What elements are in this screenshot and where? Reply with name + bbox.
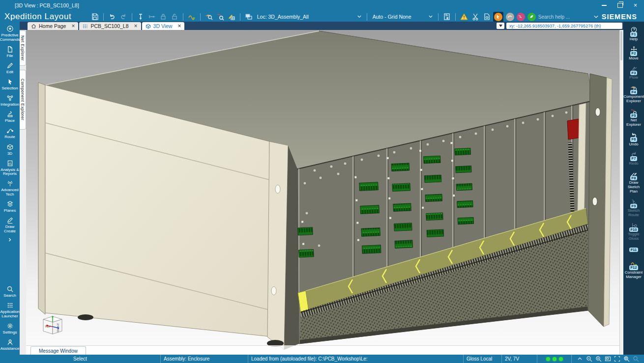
zoom-out-icon[interactable] bbox=[586, 356, 592, 362]
cut-icon[interactable] bbox=[470, 12, 480, 22]
sidebar-item-predictive-commands[interactable]: Predictive Commands bbox=[0, 25, 20, 42]
sidebar-item-settings[interactable]: Settings bbox=[0, 322, 20, 335]
select-mode-gray-icon[interactable] bbox=[506, 13, 514, 21]
minimize-icon[interactable] bbox=[602, 5, 607, 6]
cube-top-label: TOP bbox=[45, 325, 51, 328]
select-mode-pink-icon[interactable] bbox=[517, 13, 525, 21]
sidebar-item-f11[interactable]: F11 bbox=[623, 250, 644, 253]
expand-chevron-icon[interactable] bbox=[8, 235, 12, 244]
restore-icon[interactable] bbox=[617, 3, 623, 8]
fkey-badge: F5 bbox=[630, 113, 638, 118]
grid-selector[interactable]: Auto - Grid None bbox=[371, 14, 435, 20]
coordinate-readout-group: xy: -12,265.918503937, -1,659.267795276 … bbox=[497, 22, 623, 30]
sidebar-item-undo[interactable]: F6 Undo bbox=[623, 132, 644, 146]
coordinate-dropdown-button[interactable] bbox=[497, 23, 504, 29]
3d-viewport[interactable]: TOP RIGHT bbox=[26, 30, 623, 355]
antenna-icon bbox=[6, 180, 14, 187]
close-icon[interactable]: × bbox=[71, 23, 75, 29]
select-mode-green-icon[interactable] bbox=[527, 13, 536, 21]
sidebar-item-help[interactable]: F1 Help bbox=[623, 27, 644, 41]
sidebar-item-draw-sketch-plan[interactable]: F8 Draw Sketch Plan bbox=[623, 170, 644, 194]
search-input[interactable] bbox=[537, 14, 592, 20]
pin-horizontal-icon[interactable] bbox=[147, 12, 157, 22]
chart-doc-icon bbox=[6, 160, 14, 167]
board-cursor-icon[interactable] bbox=[442, 12, 452, 22]
sidebar-item-component-explorer[interactable]: F4 Component Explorer bbox=[623, 84, 644, 104]
unlock-icon[interactable] bbox=[170, 12, 179, 22]
constraint-waves-icon[interactable] bbox=[187, 12, 197, 22]
sidebar-item-3d[interactable]: 3D bbox=[0, 143, 20, 156]
cursor-icon bbox=[6, 78, 14, 85]
message-window-tab[interactable]: Message Window bbox=[30, 346, 86, 355]
component-explorer-tab[interactable]: Component Explorer bbox=[20, 70, 26, 130]
status-gloss-mode[interactable]: Gloss Local bbox=[463, 355, 501, 363]
net-explorer-tab[interactable]: Net Explorer bbox=[20, 30, 26, 66]
undo-icon[interactable] bbox=[107, 12, 117, 22]
fkey-badge: F8 bbox=[630, 176, 638, 181]
close-icon[interactable]: × bbox=[177, 23, 181, 29]
orientation-cube[interactable]: TOP RIGHT bbox=[43, 316, 62, 334]
sidebar-item-advanced-tech[interactable]: Advanced Tech bbox=[0, 180, 20, 196]
tab-3d-view[interactable]: 3D View × bbox=[142, 22, 185, 30]
tab-home-page[interactable]: Home Page × bbox=[28, 22, 78, 30]
collapse-icon[interactable] bbox=[577, 356, 583, 362]
lock-icon[interactable] bbox=[158, 12, 168, 22]
edit-table-icon[interactable] bbox=[227, 12, 236, 22]
part-search-icon[interactable] bbox=[204, 12, 214, 22]
display-control-icon[interactable] bbox=[244, 12, 254, 22]
loc-selector[interactable]: Loc: 3D_Assembly_All bbox=[255, 14, 363, 20]
layers-icon bbox=[6, 200, 14, 208]
save-icon[interactable] bbox=[90, 12, 100, 22]
sidebar-item-integration[interactable]: Integration bbox=[0, 94, 20, 107]
sidebar-item-application-launcher[interactable]: Application Launcher bbox=[0, 302, 20, 318]
message-window-splitter[interactable] bbox=[26, 345, 620, 355]
sidebar-item-assistance[interactable]: Assistance bbox=[0, 338, 20, 351]
main-toolbar: Loc: 3D_Assembly_All Auto - Grid None bbox=[90, 12, 644, 22]
sidebar-item-analysis-reports[interactable]: Analysis & Reports bbox=[0, 160, 20, 176]
select-mode-orange-active[interactable] bbox=[493, 12, 503, 22]
sidebar-item-planes[interactable]: Planes bbox=[0, 200, 20, 213]
sidebar-item-search[interactable]: Search bbox=[0, 285, 20, 298]
sidebar-item-plow[interactable]: F3 Plow bbox=[623, 65, 644, 80]
title-bar: [3D View : PCB_SC100_L8] × bbox=[0, 0, 644, 11]
zoom-area-icon[interactable] bbox=[623, 356, 630, 362]
help-search[interactable] bbox=[537, 14, 592, 20]
board-view-icon[interactable] bbox=[605, 356, 611, 362]
redo-icon bbox=[630, 151, 638, 158]
scrollbar-thumb[interactable] bbox=[620, 31, 622, 60]
sidebar-item-place[interactable]: Place bbox=[0, 111, 20, 123]
status-layer-pair[interactable]: 2V, 7V bbox=[501, 355, 537, 363]
fkey-badge: F4 bbox=[630, 90, 638, 95]
zoom-in-icon[interactable] bbox=[595, 356, 602, 362]
sidebar-item-constraint-manager[interactable]: F12 Constraint Manager bbox=[623, 260, 644, 279]
close-icon[interactable]: × bbox=[134, 23, 138, 29]
plow-icon bbox=[630, 65, 638, 73]
redo-icon[interactable] bbox=[118, 12, 128, 22]
close-icon[interactable]: × bbox=[634, 2, 637, 8]
document-view-icon[interactable] bbox=[482, 12, 492, 22]
sidebar-item-redo[interactable]: F7 Redo bbox=[623, 151, 644, 166]
sidebar-item-draw-create[interactable]: Draw Create bbox=[0, 217, 20, 243]
sidebar-item-file[interactable]: File bbox=[0, 46, 20, 58]
warning-icon[interactable] bbox=[459, 12, 469, 22]
sidebar-item-move[interactable]: F2 Move bbox=[623, 46, 644, 60]
sidebar-item-edit[interactable]: Edit bbox=[0, 62, 20, 75]
tab-pcb-sc100-l8[interactable]: PCB_SC100_L8 × bbox=[79, 22, 141, 30]
app-title: Xpedition Layout bbox=[0, 12, 90, 22]
net-search-icon[interactable] bbox=[215, 12, 225, 22]
fit-view-icon[interactable] bbox=[614, 356, 620, 362]
siemens-logo: SIEMENS bbox=[600, 13, 640, 21]
pin-icon[interactable] bbox=[136, 12, 146, 22]
chevron-down-icon[interactable] bbox=[594, 15, 598, 19]
sidebar-item-selection[interactable]: Selection bbox=[0, 78, 20, 91]
separator bbox=[367, 13, 367, 21]
separator bbox=[132, 13, 132, 21]
zoom-previous-icon[interactable] bbox=[633, 356, 639, 362]
sidebar-item-sketch-route[interactable]: F9 Sketch Route bbox=[623, 198, 644, 218]
separator bbox=[240, 13, 240, 21]
app-bar: Xpedition Layout Loc: 3D_Assembly_All bbox=[0, 11, 644, 23]
vertical-scrollbar[interactable] bbox=[619, 30, 623, 355]
sidebar-item-net-explorer[interactable]: F5 Net Explorer bbox=[623, 108, 644, 127]
sidebar-item-toggle-gloss[interactable]: F10 Toggle Gloss bbox=[623, 222, 644, 241]
sidebar-item-route[interactable]: Route bbox=[0, 127, 20, 140]
